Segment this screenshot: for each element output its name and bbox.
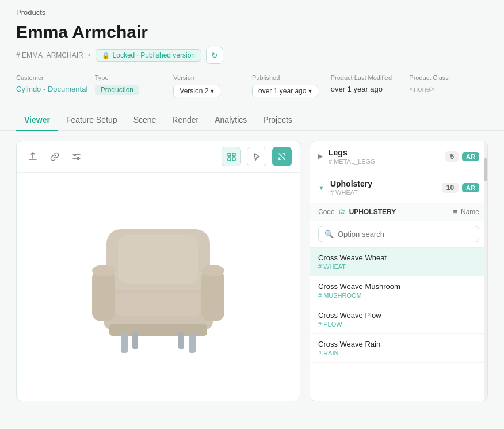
svg-rect-5 — [232, 153, 235, 156]
svg-point-3 — [78, 158, 79, 160]
code-label: Code — [318, 208, 335, 216]
refresh-button[interactable]: ↻ — [206, 47, 223, 64]
upload-icon[interactable] — [25, 149, 41, 165]
title-meta: # EMMA_ARMCHAIR • 🔒 Locked · Published v… — [16, 47, 488, 64]
right-panel: ▶ Legs # METAL_LEGS 5 AR ▼ Upholstery # … — [310, 141, 488, 401]
svg-point-2 — [74, 154, 76, 156]
main-content: ▶ Legs # METAL_LEGS 5 AR ▼ Upholstery # … — [0, 131, 504, 411]
option-name-plow: Cross Weave Plow — [318, 311, 479, 320]
option-id-label: UPHOLSTERY — [349, 208, 396, 216]
type-value: Production — [95, 85, 174, 95]
meta-fields: Customer Cylindo - Documental Type Produ… — [0, 64, 504, 107]
settings-icon[interactable] — [68, 149, 85, 165]
svg-rect-14 — [189, 333, 196, 353]
option-code-wheat: # WHEAT — [318, 263, 479, 270]
upholstery-title: Upholstery — [330, 179, 442, 188]
meta-version: Version Version 2 ▾ — [173, 74, 252, 97]
option-name-rain: Cross Weave Rain — [318, 340, 479, 348]
legs-chevron[interactable]: ▶ — [318, 153, 323, 160]
class-value: <none> — [409, 85, 488, 93]
version-text: Version 2 — [180, 87, 208, 95]
upholstery-chevron[interactable]: ▼ — [318, 184, 324, 191]
product-id: # EMMA_ARMCHAIR — [16, 51, 83, 59]
tab-viewer[interactable]: Viewer — [16, 108, 58, 131]
viewer-panel — [16, 141, 300, 401]
cursor-view-button[interactable] — [247, 147, 266, 166]
upholstery-info: Upholstery # WHEAT — [330, 179, 442, 196]
legs-sub: # METAL_LEGS — [329, 158, 445, 165]
tab-render[interactable]: Render — [164, 108, 207, 131]
link-icon[interactable] — [47, 149, 63, 165]
panel-scroll[interactable]: ▶ Legs # METAL_LEGS 5 AR ▼ Upholstery # … — [310, 141, 487, 401]
svg-rect-6 — [228, 158, 231, 161]
tab-feature-setup[interactable]: Feature Setup — [58, 108, 125, 131]
meta-published: Published over 1 year ago ▾ — [252, 74, 331, 97]
tab-scene[interactable]: Scene — [125, 108, 165, 131]
name-label: Name — [461, 208, 479, 216]
svg-rect-13 — [121, 333, 128, 353]
title-area: Emma Armchair # EMMA_ARMCHAIR • 🔒 Locked… — [0, 17, 504, 64]
option-name-mushroom: Cross Weave Mushroom — [318, 282, 479, 291]
upholstery-sub: # WHEAT — [330, 189, 442, 196]
refresh-icon: ↻ — [211, 51, 218, 60]
search-icon: 🔍 — [324, 230, 334, 238]
chair-illustration — [78, 218, 239, 356]
lock-icon: 🔒 — [102, 52, 110, 59]
svg-rect-4 — [228, 153, 231, 156]
option-item-rain[interactable]: Cross Weave Rain # RAIN — [310, 334, 487, 363]
svg-rect-15 — [132, 332, 138, 349]
viewer-image — [17, 173, 300, 401]
option-toolbar: Code 🗂 UPHOLSTERY ≡ Name — [310, 203, 487, 221]
option-item-wheat[interactable]: Cross Weave Wheat # WHEAT — [310, 248, 487, 276]
meta-last-modified: Product Last Modified over 1 year ago — [331, 74, 410, 97]
customer-label: Customer — [16, 74, 95, 81]
option-item-plow[interactable]: Cross Weave Plow # PLOW — [310, 305, 487, 334]
published-chevron: ▾ — [308, 87, 312, 95]
viewer-toolbar — [17, 141, 300, 173]
scrollbar-strip — [484, 141, 487, 401]
published-value: over 1 year ago ▾ — [252, 85, 331, 97]
legs-section-header: ▶ Legs # METAL_LEGS 5 AR — [310, 141, 487, 172]
folder-icon: 🗂 — [338, 207, 346, 216]
expand-button[interactable] — [272, 147, 292, 166]
option-search-input[interactable] — [338, 230, 473, 238]
class-label: Product Class — [409, 74, 488, 81]
options-list: Cross Weave Wheat # WHEAT Cross Weave Mu… — [310, 248, 487, 363]
legs-info: Legs # METAL_LEGS — [329, 148, 445, 165]
option-item-mushroom[interactable]: Cross Weave Mushroom # MUSHROOM — [310, 276, 487, 305]
svg-rect-18 — [115, 293, 201, 316]
upholstery-header: ▼ Upholstery # WHEAT 10 AR — [310, 172, 487, 203]
svg-rect-17 — [118, 235, 198, 284]
version-chevron: ▾ — [211, 87, 214, 95]
tab-projects[interactable]: Projects — [255, 108, 300, 131]
customer-value[interactable]: Cylindo - Documental — [16, 85, 95, 93]
meta-type: Type Production — [95, 74, 174, 97]
meta-class: Product Class <none> — [409, 74, 488, 97]
breadcrumb[interactable]: Products — [0, 0, 504, 17]
locked-label: Locked · Published version — [113, 51, 195, 59]
version-button[interactable]: Version 2 ▾ — [173, 85, 220, 97]
svg-point-20 — [201, 265, 224, 276]
upholstery-section: ▼ Upholstery # WHEAT 10 AR Code 🗂 UPHOLS… — [310, 172, 487, 363]
svg-rect-10 — [92, 269, 115, 321]
dot-separator: • — [88, 51, 91, 60]
tab-analytics[interactable]: Analytics — [207, 108, 255, 131]
last-modified-label: Product Last Modified — [331, 74, 410, 81]
grid-view-button[interactable] — [222, 147, 241, 166]
option-search-box: 🔍 — [310, 221, 487, 248]
svg-rect-7 — [232, 158, 235, 161]
tabs-bar: Viewer Feature Setup Scene Render Analyt… — [0, 108, 504, 131]
option-code-plow: # PLOW — [318, 321, 479, 328]
filter-icon[interactable]: ≡ — [453, 207, 457, 216]
breadcrumb-label: Products — [16, 8, 45, 17]
published-text: over 1 year ago — [258, 87, 306, 95]
svg-point-19 — [92, 265, 115, 276]
published-button[interactable]: over 1 year ago ▾ — [252, 85, 318, 97]
scrollbar-thumb — [484, 158, 487, 181]
svg-rect-11 — [201, 269, 224, 321]
version-label: Version — [173, 74, 252, 81]
option-name-wheat: Cross Weave Wheat — [318, 253, 479, 262]
version-value: Version 2 ▾ — [173, 85, 252, 97]
legs-count: 5 — [445, 151, 459, 162]
option-code-rain: # RAIN — [318, 350, 479, 356]
